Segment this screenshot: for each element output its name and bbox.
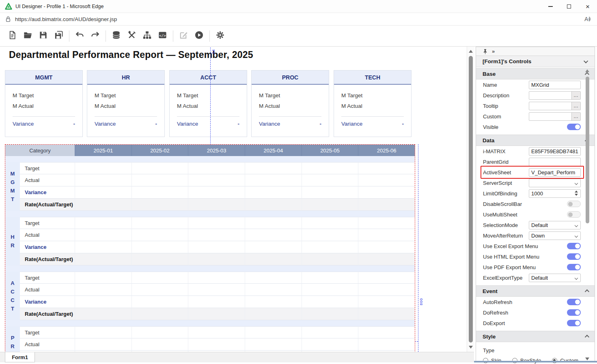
design-canvas[interactable]: Departmental Performance Report — Septem… bbox=[0, 47, 474, 362]
grid-data-cell[interactable] bbox=[75, 296, 131, 308]
grid-data-cell[interactable] bbox=[131, 253, 188, 266]
database-button[interactable] bbox=[110, 30, 123, 43]
grid-data-cell[interactable] bbox=[302, 229, 358, 241]
radio-boxstyle[interactable]: BoxStyle bbox=[512, 358, 541, 364]
grid-data-cell[interactable] bbox=[75, 253, 131, 266]
grid-data-cell[interactable] bbox=[302, 296, 358, 308]
dept-card-tech[interactable]: TECH M Target M Actual Variance - bbox=[334, 70, 412, 137]
mxgrid-component[interactable]: Category2025-012025-022025-032025-042025… bbox=[5, 144, 415, 353]
toggle-use-html-export-menu[interactable] bbox=[567, 253, 581, 260]
input-name[interactable]: MXGrid bbox=[529, 81, 581, 89]
save-button[interactable] bbox=[37, 30, 50, 43]
grid-data-cell[interactable] bbox=[358, 253, 415, 266]
input-activesheet[interactable]: V_Depart_Perform bbox=[529, 168, 581, 177]
grid-data-cell[interactable] bbox=[302, 308, 358, 320]
grid-data-cell[interactable] bbox=[302, 217, 358, 229]
panel-scrollbar-thumb[interactable] bbox=[586, 77, 589, 223]
minimize-button[interactable] bbox=[541, 0, 560, 13]
toggle-usemultisheet[interactable] bbox=[567, 211, 581, 218]
grid-data-cell[interactable] bbox=[358, 199, 415, 211]
grid-data-cell[interactable] bbox=[245, 326, 302, 338]
open-folder-button[interactable] bbox=[21, 30, 34, 43]
grid-data-cell[interactable] bbox=[302, 199, 358, 211]
grid-data-cell[interactable] bbox=[302, 284, 358, 296]
grid-data-cell[interactable] bbox=[188, 284, 245, 296]
radio-custom[interactable]: Custom bbox=[552, 358, 578, 364]
grid-data-cell[interactable] bbox=[302, 326, 358, 338]
maximize-button[interactable] bbox=[560, 0, 578, 13]
select-selectionmode[interactable]: Default bbox=[529, 221, 581, 229]
grid-data-cell[interactable] bbox=[302, 272, 358, 284]
grid-data-cell[interactable] bbox=[131, 338, 188, 351]
grid-data-cell[interactable] bbox=[188, 253, 245, 266]
grid-data-cell[interactable] bbox=[245, 272, 302, 284]
toggle-dorefresh[interactable] bbox=[567, 309, 581, 316]
input-dots-custom[interactable]: … bbox=[529, 112, 581, 121]
section-header-style[interactable]: Style bbox=[476, 331, 595, 342]
grid-data-cell[interactable] bbox=[358, 296, 415, 308]
settings-button[interactable] bbox=[213, 30, 226, 43]
grid-data-cell[interactable] bbox=[358, 338, 415, 351]
grid-data-cell[interactable] bbox=[188, 217, 245, 229]
grid-data-cell[interactable] bbox=[131, 241, 188, 253]
grid-data-cell[interactable] bbox=[245, 174, 302, 186]
section-header-data[interactable]: Data bbox=[476, 135, 595, 146]
grid-data-cell[interactable] bbox=[245, 253, 302, 266]
grid-data-cell[interactable] bbox=[358, 217, 415, 229]
grid-data-cell[interactable] bbox=[245, 284, 302, 296]
grid-data-cell[interactable] bbox=[75, 229, 131, 241]
undo-button[interactable] bbox=[73, 30, 86, 43]
toggle-doexport[interactable] bbox=[567, 320, 581, 326]
toggle-visible[interactable] bbox=[567, 124, 581, 130]
select-moveafterreturn[interactable]: Down bbox=[529, 231, 581, 240]
grid-data-cell[interactable] bbox=[188, 241, 245, 253]
grid-data-cell[interactable] bbox=[75, 162, 131, 174]
grid-data-cell[interactable] bbox=[245, 241, 302, 253]
report-title[interactable]: Departmental Performance Report — Septem… bbox=[9, 49, 253, 60]
grid-data-cell[interactable] bbox=[131, 308, 188, 320]
url-text[interactable]: https://aud.bimatrix.com/AUD/designer.js… bbox=[15, 16, 117, 22]
grid-data-cell[interactable] bbox=[188, 272, 245, 284]
grid-data-cell[interactable] bbox=[358, 308, 415, 320]
grid-data-cell[interactable] bbox=[131, 186, 188, 199]
grid-data-cell[interactable] bbox=[188, 308, 245, 320]
grid-data-cell[interactable] bbox=[302, 174, 358, 186]
grid-data-cell[interactable] bbox=[188, 162, 245, 174]
grid-data-cell[interactable] bbox=[75, 186, 131, 199]
grid-data-cell[interactable] bbox=[245, 338, 302, 351]
grid-data-cell[interactable] bbox=[188, 229, 245, 241]
grid-data-cell[interactable] bbox=[75, 199, 131, 211]
ellipsis-button[interactable]: … bbox=[571, 102, 580, 110]
select-excelexporttype[interactable]: Default bbox=[529, 274, 581, 282]
grid-data-cell[interactable] bbox=[302, 162, 358, 174]
scroll-up-arrow-icon[interactable] bbox=[469, 50, 473, 53]
code-button[interactable]: </> bbox=[156, 30, 169, 43]
grid-data-cell[interactable] bbox=[131, 174, 188, 186]
grid-data-cell[interactable] bbox=[358, 326, 415, 338]
grid-data-cell[interactable] bbox=[302, 186, 358, 199]
run-button[interactable] bbox=[192, 30, 205, 43]
grid-data-cell[interactable] bbox=[75, 338, 131, 351]
grid-data-cell[interactable] bbox=[131, 217, 188, 229]
input-dots-tooltip[interactable]: … bbox=[529, 102, 581, 110]
dept-card-proc[interactable]: PROC M Target M Actual Variance - bbox=[251, 70, 329, 137]
tools-button[interactable] bbox=[125, 30, 138, 43]
ellipsis-button[interactable]: … bbox=[571, 113, 580, 120]
grid-data-cell[interactable] bbox=[358, 174, 415, 186]
panel-scroll-up-icon[interactable] bbox=[585, 69, 589, 72]
grid-data-cell[interactable] bbox=[131, 284, 188, 296]
grid-data-cell[interactable] bbox=[188, 199, 245, 211]
grid-data-cell[interactable] bbox=[188, 296, 245, 308]
grid-data-cell[interactable] bbox=[131, 229, 188, 241]
toggle-autorefresh[interactable] bbox=[567, 299, 581, 305]
panel-vertical-scrollbar[interactable] bbox=[584, 68, 590, 361]
grid-data-cell[interactable] bbox=[358, 162, 415, 174]
radio-skin[interactable]: Skin bbox=[483, 358, 501, 364]
grid-data-cell[interactable] bbox=[188, 186, 245, 199]
read-aloud-icon[interactable]: A bbox=[583, 15, 592, 23]
canvas-vertical-scrollbar[interactable] bbox=[467, 47, 474, 352]
grid-data-cell[interactable] bbox=[188, 326, 245, 338]
save-all-button[interactable] bbox=[52, 30, 65, 43]
select-serverscript[interactable] bbox=[529, 179, 581, 187]
grid-data-cell[interactable] bbox=[75, 174, 131, 186]
